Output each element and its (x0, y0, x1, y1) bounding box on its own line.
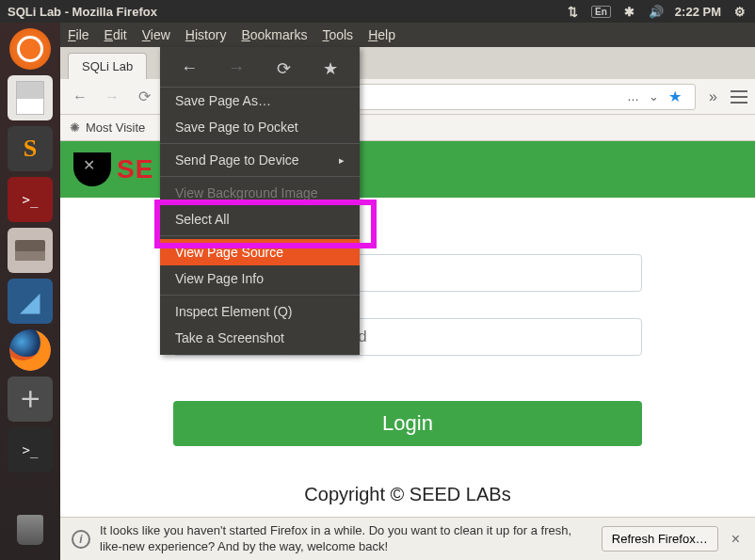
menu-bookmarks[interactable]: Bookmarks (241, 27, 307, 42)
context-nav-row: ← → ⟳ ★ (160, 51, 360, 88)
browser-tab[interactable]: SQLi Lab (68, 53, 147, 79)
files-icon[interactable] (8, 228, 53, 273)
ctx-view-page-source[interactable]: View Page Source (160, 239, 360, 265)
ctx-view-bg-image: View Background Image (160, 180, 360, 206)
context-menu: ← → ⟳ ★ Save Page As… Save Page to Pocke… (160, 47, 360, 355)
ctx-back-icon[interactable]: ← (174, 58, 204, 79)
network-icon[interactable]: ⇅ (565, 4, 580, 19)
system-topbar: SQLi Lab - Mozilla Firefox ⇅ En ✱ 🔊 2:22… (0, 0, 755, 23)
bookmark-star-icon[interactable]: ★ (668, 88, 682, 105)
login-button[interactable]: Login (173, 401, 642, 446)
menu-history[interactable]: History (185, 27, 227, 42)
ctx-reload-icon[interactable]: ⟳ (268, 58, 298, 79)
logo-text: SE (117, 154, 153, 184)
clock[interactable]: 2:22 PM (675, 5, 721, 19)
ctx-take-screenshot[interactable]: Take a Screenshot (160, 325, 360, 351)
volume-icon[interactable]: 🔊 (649, 4, 664, 19)
notification-text: It looks like you haven't started Firefo… (100, 523, 592, 555)
refresh-firefox-button[interactable]: Refresh Firefox… (602, 526, 718, 552)
ctx-inspect-element[interactable]: Inspect Element (Q) (160, 298, 360, 325)
ctx-view-page-info[interactable]: View Page Info (160, 265, 360, 292)
terminal-red-icon[interactable] (8, 177, 53, 222)
wireshark-icon[interactable] (8, 279, 53, 324)
window-title: SQLi Lab - Mozilla Firefox (8, 5, 565, 19)
reload-button[interactable]: ⟳ (132, 85, 156, 109)
seed-logo: SE (73, 152, 153, 186)
menu-edit[interactable]: Edit (104, 27, 127, 42)
menu-help[interactable]: Help (368, 27, 395, 42)
context-separator (160, 295, 360, 296)
info-icon: i (72, 530, 90, 549)
pocket-icon[interactable]: ⌄ (649, 89, 659, 104)
close-icon[interactable]: × (728, 531, 744, 548)
ctx-select-all[interactable]: Select All (160, 206, 360, 232)
text-editor-icon[interactable] (8, 75, 53, 120)
hamburger-menu-icon[interactable] (731, 90, 747, 104)
menu-tools[interactable]: Tools (322, 27, 353, 42)
terminal-icon[interactable] (8, 427, 53, 472)
sublime-icon[interactable] (8, 126, 53, 171)
gear-icon[interactable]: ⚙ (732, 4, 747, 19)
launcher-dock (0, 23, 60, 560)
language-indicator[interactable]: En (591, 6, 611, 18)
context-separator (160, 143, 360, 144)
back-button[interactable]: ← (68, 85, 92, 109)
menu-view[interactable]: View (142, 27, 170, 42)
bluetooth-icon[interactable]: ✱ (622, 4, 637, 19)
settings-icon[interactable] (8, 376, 53, 422)
ctx-forward-icon: → (221, 58, 251, 79)
forward-button[interactable]: → (100, 85, 124, 109)
dash-button[interactable] (9, 28, 51, 70)
ctx-send-to-device[interactable]: Send Page to Device▸ (160, 147, 360, 173)
gear-icon: ✺ (70, 120, 80, 135)
context-separator (160, 235, 360, 236)
ctx-bookmark-icon[interactable]: ★ (315, 58, 345, 79)
bookmark-most-visited[interactable]: Most Visite (86, 120, 145, 135)
ctx-save-to-pocket[interactable]: Save Page to Pocket (160, 114, 360, 140)
context-separator (160, 176, 360, 177)
system-tray: ⇅ En ✱ 🔊 2:22 PM ⚙ (565, 4, 747, 19)
shield-icon (73, 152, 111, 186)
copyright-text: Copyright © SEED LABs (173, 484, 642, 505)
notification-bar: i It looks like you haven't started Fire… (60, 517, 755, 560)
menu-file[interactable]: File (68, 27, 89, 42)
url-ellipsis[interactable]: … (627, 89, 639, 104)
trash-icon[interactable] (8, 507, 53, 552)
menubar: File Edit View History Bookmarks Tools H… (60, 23, 755, 47)
chevron-right-icon: ▸ (339, 154, 345, 167)
firefox-icon[interactable] (9, 329, 51, 371)
overflow-button[interactable]: » (703, 88, 723, 105)
ctx-save-page-as[interactable]: Save Page As… (160, 88, 360, 114)
